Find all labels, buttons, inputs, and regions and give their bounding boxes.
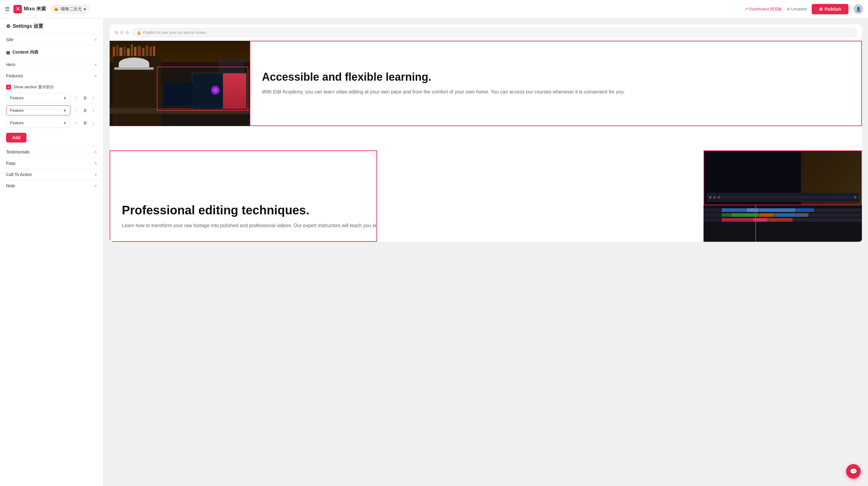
- feature-delete-3[interactable]: 🗑: [81, 119, 89, 127]
- show-section-checkbox[interactable]: ✓: [6, 85, 11, 90]
- feature-select-3[interactable]: Feature ∧: [6, 118, 70, 128]
- features-section: ✓ Show section 显示部分 Feature ∧ ↑ 🗑 ↓: [0, 81, 103, 146]
- feature-2-desc: Learn how to transform your raw footage …: [122, 222, 691, 230]
- testimonials-chevron-icon: ∧: [94, 150, 97, 154]
- feature-label-3: Feature: [10, 121, 24, 125]
- publish-button[interactable]: ⊕ Publish: [812, 4, 848, 14]
- hero-label: Hero: [6, 62, 15, 67]
- content-header[interactable]: ▦ Content 内容: [0, 46, 103, 59]
- sidebar: ⚙ Settings 设置 Site ∧ ▦ Content 内容 Hero ∧…: [0, 18, 103, 486]
- unsaved-status[interactable]: ⊘ Unsaved: [787, 7, 807, 11]
- feature-select-2[interactable]: Feature ∧: [6, 105, 70, 116]
- feature-row-2: Feature ∧ ↑ 🗑 ↓: [6, 105, 97, 116]
- site-chevron-icon: ▾: [84, 7, 86, 11]
- feature-label-2: Feature: [10, 108, 24, 113]
- site-chevron-icon: ∧: [94, 37, 97, 42]
- show-section-row: ✓ Show section 显示部分: [6, 81, 97, 93]
- feature-controls-1: ↑ 🗑 ↓: [73, 94, 97, 102]
- feature-up-2[interactable]: ↑: [73, 107, 80, 114]
- feature-down-1[interactable]: ↓: [90, 94, 97, 102]
- feature-label-1: Feature: [10, 96, 24, 100]
- sidebar-item-hero[interactable]: Hero ∧: [0, 59, 103, 70]
- hero-chevron-icon: ∧: [94, 62, 97, 67]
- page-content: Accessible and flexible learning. With E…: [110, 41, 862, 242]
- faqs-chevron-icon: ∧: [94, 161, 97, 165]
- logo-text: Mixo 米索: [24, 6, 46, 12]
- feature-row-1: Feature ∧ ↑ 🗑 ↓: [6, 93, 97, 103]
- settings-icon: ⚙: [6, 24, 10, 29]
- feature-controls-2: ↑ 🗑 ↓: [73, 107, 97, 114]
- sidebar-item-call-to-action[interactable]: Call To Action ∧: [0, 169, 103, 180]
- avatar[interactable]: 👤: [854, 4, 863, 14]
- testimonials-label: Testimonials: [6, 150, 30, 154]
- browser-chrome: 🔒 Publish to see your url and to share..…: [110, 24, 862, 41]
- sidebar-item-features[interactable]: Features ∧: [0, 70, 103, 81]
- publish-icon: ⊕: [819, 6, 823, 12]
- browser-dots: [115, 31, 129, 34]
- site-selector[interactable]: 🐱 喵咪二次元 ▾: [50, 5, 90, 13]
- dot-3: [125, 31, 129, 34]
- dashboard-link[interactable]: ↗ Dashboard 挡泥板: [745, 6, 781, 12]
- content-label: Content 内容: [12, 50, 38, 55]
- sidebar-item-site[interactable]: Site ∧: [0, 33, 103, 46]
- features-chevron-icon: ∧: [94, 74, 97, 78]
- settings-label: Settings 设置: [13, 23, 43, 30]
- note-chevron-icon: ∧: [94, 184, 97, 188]
- feature-up-1[interactable]: ↑: [73, 94, 80, 102]
- site-favicon: 🐱: [54, 7, 59, 11]
- main-layout: ⚙ Settings 设置 Site ∧ ▦ Content 内容 Hero ∧…: [0, 18, 868, 486]
- feature-select-1[interactable]: Feature ∧: [6, 93, 70, 103]
- feature-chevron-2: ∧: [63, 108, 66, 113]
- nav-right: ↗ Dashboard 挡泥板 ⊘ Unsaved ⊕ Publish 👤: [745, 4, 863, 14]
- site-name: 喵咪二次元: [61, 6, 82, 12]
- feature-2-section: Professional editing techniques. Learn h…: [110, 151, 862, 242]
- feature-delete-2[interactable]: 🗑: [81, 107, 89, 114]
- feature-down-3[interactable]: ↓: [90, 119, 97, 127]
- site-label: Site: [6, 37, 13, 42]
- hamburger-icon[interactable]: ☰: [5, 6, 10, 12]
- feature-down-2[interactable]: ↓: [90, 107, 97, 114]
- sidebar-item-faqs[interactable]: Faqs ∧: [0, 157, 103, 169]
- dot-2: [120, 31, 124, 34]
- feature-controls-3: ↑ 🗑 ↓: [73, 119, 97, 127]
- dashboard-icon: ↗: [745, 7, 748, 11]
- dashboard-label: Dashboard 挡泥板: [749, 6, 781, 12]
- nav-left: ☰ ✕ Mixo 米索 🐱 喵咪二次元 ▾: [5, 5, 745, 13]
- feature-2-title: Professional editing techniques.: [122, 203, 691, 217]
- checkbox-check-icon: ✓: [7, 85, 10, 89]
- faqs-label: Faqs: [6, 161, 16, 166]
- feature-1-image: [110, 41, 250, 126]
- url-bar[interactable]: 🔒 Publish to see your url and to share..…: [131, 28, 857, 37]
- cta-chevron-icon: ∧: [94, 172, 97, 176]
- feature-1-desc: With Edit Academy, you can learn video e…: [262, 88, 850, 96]
- sidebar-item-testimonials[interactable]: Testimonials ∧: [0, 146, 103, 157]
- feature-up-3[interactable]: ↑: [73, 119, 80, 127]
- publish-label: Publish: [825, 6, 841, 11]
- feature-1-section: Accessible and flexible learning. With E…: [110, 41, 862, 126]
- chat-icon: 💬: [850, 468, 857, 475]
- feature-row-3: Feature ∧ ↑ 🗑 ↓: [6, 118, 97, 128]
- feature-chevron-3: ∧: [63, 121, 66, 125]
- feature-2-text: Professional editing techniques. Learn h…: [110, 151, 704, 242]
- call-to-action-label: Call To Action: [6, 172, 32, 177]
- unsaved-icon: ⊘: [787, 7, 790, 11]
- show-section-text: Show section 显示部分: [13, 84, 54, 90]
- content-header-left: ▦ Content 内容: [6, 50, 38, 55]
- url-placeholder: Publish to see your url and to share...: [143, 30, 209, 35]
- feature-chevron-1: ∧: [63, 96, 66, 100]
- logo-icon: ✕: [13, 5, 22, 13]
- features-label: Features: [6, 73, 23, 78]
- settings-header: ⚙ Settings 设置: [0, 18, 103, 33]
- logo-wrap: ✕ Mixo 米索: [13, 5, 46, 13]
- avatar-icon: 👤: [856, 7, 861, 11]
- dot-1: [115, 31, 118, 34]
- feature-2-image: [704, 151, 862, 242]
- section-spacer-1: [110, 126, 862, 151]
- feature-delete-1[interactable]: 🗑: [81, 94, 89, 102]
- chat-button[interactable]: 💬: [846, 464, 861, 479]
- canvas-area: 🔒 Publish to see your url and to share..…: [103, 18, 868, 486]
- feature-1-text: Accessible and flexible learning. With E…: [250, 41, 862, 126]
- feature-1-title: Accessible and flexible learning.: [262, 71, 850, 83]
- add-feature-button[interactable]: Add: [6, 133, 27, 142]
- sidebar-item-note[interactable]: Note ∧: [0, 180, 103, 191]
